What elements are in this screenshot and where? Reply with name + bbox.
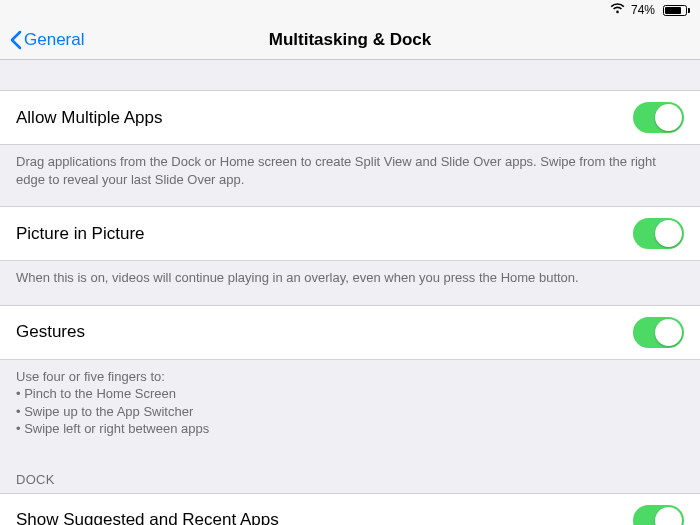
footer-picture-in-picture: When this is on, videos will continue pl… <box>0 261 700 305</box>
navigation-bar: General Multitasking & Dock <box>0 20 700 60</box>
footer-gestures: Use four or five fingers to: • Pinch to … <box>0 360 700 456</box>
page-title: Multitasking & Dock <box>269 30 431 50</box>
row-allow-multiple-apps[interactable]: Allow Multiple Apps <box>0 90 700 145</box>
row-show-suggested-recent[interactable]: Show Suggested and Recent Apps <box>0 493 700 525</box>
section-header-dock: DOCK <box>0 456 700 493</box>
row-label: Gestures <box>16 322 85 342</box>
settings-content: Allow Multiple Apps Drag applications fr… <box>0 60 700 525</box>
toggle-picture-in-picture[interactable] <box>633 218 684 249</box>
toggle-gestures[interactable] <box>633 317 684 348</box>
toggle-allow-multiple-apps[interactable] <box>633 102 684 133</box>
row-label: Picture in Picture <box>16 224 145 244</box>
wifi-icon <box>610 3 625 17</box>
row-picture-in-picture[interactable]: Picture in Picture <box>0 206 700 261</box>
back-label: General <box>24 30 84 50</box>
row-gestures[interactable]: Gestures <box>0 305 700 360</box>
row-label: Allow Multiple Apps <box>16 108 162 128</box>
battery-icon <box>661 5 690 16</box>
toggle-show-suggested-recent[interactable] <box>633 505 684 525</box>
battery-percentage: 74% <box>631 3 655 17</box>
status-bar: 74% <box>0 0 700 20</box>
chevron-left-icon <box>10 30 22 50</box>
footer-allow-multiple-apps: Drag applications from the Dock or Home … <box>0 145 700 206</box>
back-button[interactable]: General <box>10 30 84 50</box>
row-label: Show Suggested and Recent Apps <box>16 510 279 525</box>
